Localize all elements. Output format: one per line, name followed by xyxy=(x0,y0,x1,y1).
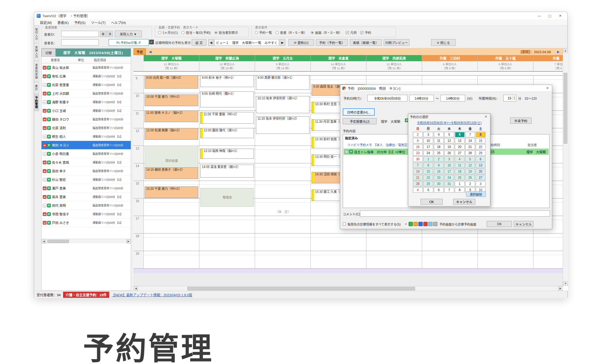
appointment-peach[interactable]: 14:15 棚田 恵美子（運Ⅰ×2） xyxy=(145,167,198,179)
view-combo[interactable]: ビュー１ 理学 大塚類～一覧 みやすく xyxy=(214,39,279,46)
calendar-date-cell[interactable]: 11 xyxy=(434,138,444,143)
calendar-date-cell[interactable]: 30 xyxy=(434,181,444,186)
scroll-up-icon[interactable]: ▲ xyxy=(563,48,568,53)
calendar-date-cell[interactable]: 9 xyxy=(434,162,444,168)
calendar-date-cell[interactable]: 21 xyxy=(465,144,475,150)
calendar-date-cell[interactable]: 12 xyxy=(465,162,475,168)
close-button[interactable]: ✕ xyxy=(555,12,565,19)
end-time-input[interactable]: 14時30分 xyxy=(441,95,465,102)
deselect-button[interactable]: 選択解除 xyxy=(466,191,486,197)
calendar-date-cell[interactable]: 1 xyxy=(423,156,433,162)
staff-name[interactable]: 作業 五十嵐 xyxy=(478,55,533,61)
cancel-button[interactable]: キャンセル xyxy=(514,221,533,227)
patient-lookup-button[interactable]: 検 xyxy=(100,31,106,37)
staff-name[interactable]: 理学 西原拓実 xyxy=(366,55,422,61)
scroll-thumb[interactable] xyxy=(187,287,415,290)
calendar-date-cell[interactable]: 24 xyxy=(423,150,433,156)
staff-name[interactable]: 理学 五月女 xyxy=(255,55,310,61)
calendar-date-cell[interactable]: 7 xyxy=(465,132,475,137)
patient-row[interactable]: P高井 里美運動器リハ(Ⅰ)20分 【1】 xyxy=(42,193,131,201)
calendar-date-cell[interactable]: 3 xyxy=(476,181,485,186)
patient-row[interactable]: P小口 玉城運動器リハ(Ⅰ)20分 【1】 xyxy=(42,106,131,115)
calendar-date-cell[interactable]: 3 xyxy=(444,156,454,162)
calendar-date-cell[interactable]: 29 xyxy=(476,150,485,156)
calendar-date-cell[interactable]: 5 xyxy=(444,132,454,137)
calendar-date-cell[interactable]: 14 xyxy=(413,169,423,174)
side-tab-集計[interactable]: 集計 xyxy=(34,82,39,93)
calendar-close-icon[interactable]: ✕ xyxy=(483,115,489,119)
patient-row[interactable]: P寺岡 智佳子運動器リハ(Ⅰ)20分 【1】 xyxy=(42,210,131,218)
calendar-date-cell[interactable]: 29 xyxy=(423,181,433,186)
patient-row[interactable]: P北原 清則脳血管疾患等リハ(Ⅰ)20分 xyxy=(42,124,131,132)
patient-name-input[interactable] xyxy=(61,39,99,46)
staff-name[interactable]: 理学 米倉恵 xyxy=(311,55,366,61)
calendar-date-cell[interactable]: 15 xyxy=(476,138,485,143)
patient-row[interactable]: P鎌田 タロウ脳血管疾患等リハ(Ⅰ)20分 xyxy=(42,115,131,124)
scroll-right-icon[interactable]: ▶ xyxy=(126,239,131,244)
toolbar-button[interactable]: 印刷プレビュー xyxy=(384,39,409,46)
calendar-date-cell[interactable]: 27 xyxy=(476,175,485,180)
comment-input[interactable] xyxy=(360,210,550,217)
calendar-date-cell[interactable]: 17 xyxy=(423,144,433,150)
appointment-yellow[interactable]: 13:10 堀西 伸哉（脳Ⅰ×1） xyxy=(200,149,254,159)
calendar-date-cell[interactable]: 22 xyxy=(476,144,485,150)
scroll-thumb[interactable] xyxy=(47,240,69,243)
next-day-icon[interactable]: ▶ xyxy=(554,50,563,54)
patient-row[interactable]: P海野 和香子運動器リハ(Ⅰ)20分 【4】 xyxy=(42,98,131,106)
visit-entry-button[interactable]: 来院入力 ▼ xyxy=(115,30,142,37)
scroll-left-icon[interactable]: ◀ xyxy=(134,286,138,291)
menu-item[interactable]: 患者(K) xyxy=(55,20,72,25)
item-checkbox[interactable]: ✓ xyxy=(345,150,348,153)
ok-button[interactable]: OK xyxy=(487,221,512,227)
appointment-white[interactable]: 9:00 鈴木 裕子（骨Ⅰ×1） xyxy=(200,75,254,87)
appointment-white[interactable]: 11:20 坂本 伊奈利弥（運Ⅰ×2） xyxy=(256,116,309,134)
pt-number-button[interactable]: Pt-予約№付箋..P xyxy=(109,39,149,46)
staff-name[interactable]: 作業 三田村 xyxy=(422,55,477,61)
calendar-date-cell[interactable]: 13 xyxy=(455,138,465,143)
menu-item[interactable]: 設定(M) xyxy=(37,20,55,25)
settings-button[interactable]: 設 定 xyxy=(192,39,206,46)
calendar-date-cell[interactable]: 12 xyxy=(444,138,454,143)
calendar-date-cell[interactable]: 2 xyxy=(434,156,444,162)
calendar-date-cell[interactable]: 23 xyxy=(434,175,444,180)
start-time-input[interactable]: 14時15分 xyxy=(409,95,434,102)
radio-担当・毎日(予約)[interactable]: 担当・毎日(予約) xyxy=(182,30,211,35)
calendar-date-cell[interactable]: 8 xyxy=(423,162,433,168)
radio-担当者別表示[interactable]: 担当者別表示 xyxy=(214,30,238,35)
scroll-thumb[interactable] xyxy=(564,73,567,144)
side-tab-予約管理[interactable]: 予約管理 xyxy=(34,94,39,111)
patient-row[interactable]: P青山 祐太郎脳血管疾患等リハ(Ⅰ)20分 xyxy=(42,63,131,72)
patient-row[interactable]: P戸田 みさき運動器リハ(Ⅰ)20分 【1】 xyxy=(42,218,131,227)
check-凡例[interactable]: 凡例 xyxy=(346,30,357,35)
appointment-yellow[interactable]: 11:05 千賀 重隆（呼Ⅰ×2） xyxy=(200,112,254,124)
check-予約[interactable]: 予約 xyxy=(360,30,371,35)
patient-row[interactable]: P島田 幸子脳血管疾患等リハ(Ⅰ)20分 xyxy=(42,167,131,175)
calendar-date-cell[interactable]: 25 xyxy=(434,150,444,156)
patient-row[interactable]: P小泉 明日香脳血管疾患等リハ(Ⅰ)20分 xyxy=(42,150,131,158)
staff-name[interactable]: 作業 葛西 xyxy=(533,55,563,61)
calendar-date-cell[interactable]: 2 xyxy=(413,132,423,137)
show-all-info-check[interactable] xyxy=(343,222,346,226)
column-units[interactable]: 単位 xyxy=(78,58,94,62)
menu-item[interactable]: ツール(T) xyxy=(88,20,108,25)
status-update-link[interactable]: 【NEW】最新アップデート情報：2023/04/03 1.8.0版 xyxy=(112,292,192,297)
dialog-close-icon[interactable]: ✕ xyxy=(545,86,550,90)
appointment-peach[interactable]: 10:05 千葉 春乃（呼Ⅰ×2） xyxy=(145,94,198,106)
calendar-date-cell[interactable]: 3 xyxy=(423,132,433,137)
patient-row[interactable]: P瀬戸 恵美脳血管疾患等リハ(Ⅰ)20分 xyxy=(42,184,131,193)
calendar-date-cell[interactable]: 22 xyxy=(423,175,433,180)
calendar-date-cell[interactable]: 7 xyxy=(413,162,423,168)
transfer-source-button[interactable]: 予定振替元(J) xyxy=(343,118,377,124)
radio-患者（R・S・排）[interactable]: 患者（R・S・排） xyxy=(276,30,307,35)
side-tab-患者別実施[interactable]: 患者別実施 xyxy=(34,61,39,82)
calendar-date-cell[interactable]: 26 xyxy=(465,175,475,180)
calendar-date-cell[interactable]: 23 xyxy=(413,150,423,156)
view-prev-button[interactable]: ◀ xyxy=(208,39,214,46)
calendar-date-cell[interactable]: 15 xyxy=(423,169,433,174)
calendar-date-cell[interactable]: 21 xyxy=(413,175,423,180)
menu-item[interactable]: ヘルプ(H) xyxy=(108,20,129,25)
column-patient-name[interactable]: 患者名 xyxy=(42,58,78,62)
radio-1ヶ月分(1)[interactable]: 1ヶ月分(1) xyxy=(158,30,178,35)
minimize-button[interactable]: — xyxy=(534,12,545,19)
appointment-white[interactable]: 9:00 真野 勝次郎（運Ⅰ×1） xyxy=(256,75,309,90)
